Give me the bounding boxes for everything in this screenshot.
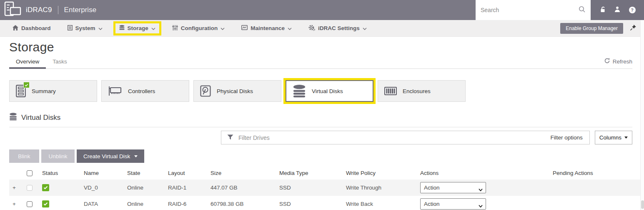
storage-category-cards: Summary Controllers: [9, 80, 644, 102]
expand-row-icon[interactable]: +: [9, 180, 24, 196]
caret-down-icon: [624, 137, 628, 139]
virtual-disks-table: Status Name State Layout Size Media Type…: [9, 166, 644, 210]
search-input[interactable]: [481, 7, 578, 13]
nav-item-system[interactable]: System: [68, 25, 103, 32]
nav-right: Enable Group Manager: [560, 23, 636, 34]
brand-separator: [58, 6, 58, 14]
enable-group-manager-button[interactable]: Enable Group Manager: [560, 23, 623, 34]
main-content: Storage Overview Tasks Refresh: [0, 40, 644, 210]
section-divider: [9, 127, 632, 127]
user-icon[interactable]: [614, 6, 620, 14]
nav-item-storage[interactable]: Storage: [113, 21, 161, 35]
select-all-checkbox[interactable]: [27, 170, 33, 176]
columns-dropdown-button[interactable]: Columns: [595, 131, 632, 144]
unlock-icon[interactable]: [599, 6, 606, 14]
header-status: Status: [40, 166, 81, 180]
action-select[interactable]: Action: [420, 182, 486, 193]
header-pending-actions: Pending Actions: [550, 166, 644, 180]
brand: iDRAC9 Enterprise: [0, 0, 96, 20]
home-icon: [13, 25, 18, 32]
refresh-button[interactable]: Refresh: [604, 58, 632, 68]
unblink-button[interactable]: Unblink: [41, 149, 75, 163]
main-nav: Dashboard System Storage: [0, 20, 644, 37]
pin-icon[interactable]: [630, 24, 636, 33]
card-label: Summary: [32, 88, 56, 94]
search-box[interactable]: [476, 0, 591, 20]
blink-button[interactable]: Blink: [9, 149, 39, 163]
cell-name: VD_0: [81, 180, 125, 196]
system-icon: [68, 25, 73, 32]
expand-row-icon[interactable]: +: [9, 196, 24, 210]
action-select[interactable]: Action: [420, 198, 486, 210]
card-virtual-disks[interactable]: Virtual Disks: [286, 80, 373, 102]
header-layout: Layout: [165, 166, 208, 180]
status-ok-badge: [23, 82, 30, 88]
create-virtual-disk-label: Create Virtual Disk: [83, 153, 130, 159]
cell-layout: RAID-1: [165, 180, 208, 196]
cell-pending-actions: [550, 180, 644, 196]
top-bar: iDRAC9 Enterprise ?: [0, 0, 644, 20]
cell-write-policy: Write Through: [343, 180, 418, 196]
controller-card-icon: [108, 86, 122, 96]
virtual-disks-toolbar: Blink Unblink Create Virtual Disk: [9, 149, 644, 163]
physical-disk-icon: [200, 85, 211, 97]
nav-label: iDRAC Settings: [318, 25, 360, 31]
table-header-row: Status Name State Layout Size Media Type…: [9, 166, 644, 180]
tab-tasks[interactable]: Tasks: [46, 55, 74, 68]
header-size: Size: [208, 166, 277, 180]
table-row: + VD_0 Online RAID-1 447.07 GB SSD Write…: [9, 180, 644, 196]
topbar-spacer: [96, 0, 476, 20]
header-write-policy: Write Policy: [343, 166, 418, 180]
cell-media-type: SSD: [277, 196, 343, 210]
page-title: Storage: [9, 40, 644, 54]
nav-item-configuration[interactable]: Configuration: [172, 25, 225, 32]
nav-label: Dashboard: [21, 25, 51, 31]
create-virtual-disk-button[interactable]: Create Virtual Disk: [77, 149, 144, 163]
cell-state: Online: [125, 180, 165, 196]
filter-options-link[interactable]: Filter options: [550, 134, 589, 141]
row-checkbox[interactable]: [27, 185, 33, 191]
cell-size: 447.07 GB: [208, 180, 277, 196]
caret-down-icon: [134, 155, 138, 157]
filter-row: Filter options Columns: [9, 131, 632, 144]
nav-item-dashboard[interactable]: Dashboard: [13, 25, 51, 32]
chevron-down-icon: [363, 25, 367, 31]
card-physical-disks[interactable]: Physical Disks: [193, 80, 281, 102]
nav-item-maintenance[interactable]: Maintenance: [241, 25, 292, 31]
card-summary[interactable]: Summary: [9, 80, 97, 102]
chevron-down-icon: [288, 25, 292, 31]
refresh-label: Refresh: [613, 58, 632, 65]
filter-drives-input[interactable]: [238, 134, 550, 141]
header-media-type: Media Type: [277, 166, 343, 180]
chevron-down-icon: [221, 25, 225, 31]
virtual-disks-icon: [293, 84, 306, 98]
card-controllers[interactable]: Controllers: [101, 80, 189, 102]
filter-funnel-icon: [221, 134, 238, 142]
nav-label: Configuration: [181, 25, 218, 31]
table-row: + DATA Online RAID-6 60798.38 GB SSD Wri…: [9, 196, 644, 210]
tab-overview[interactable]: Overview: [9, 55, 46, 68]
cell-name: DATA: [81, 196, 125, 210]
row-checkbox[interactable]: [27, 201, 33, 207]
header-name: Name: [81, 166, 125, 180]
tabs-row: Overview Tasks Refresh: [9, 55, 632, 69]
search-icon[interactable]: [578, 5, 586, 15]
cell-size: 60798.38 GB: [208, 196, 277, 210]
cell-write-policy: Write Back: [343, 196, 418, 210]
header-select-all: [24, 166, 40, 180]
scrollbar-thumb[interactable]: [641, 200, 644, 209]
refresh-icon: [604, 58, 610, 65]
brand-edition: Enterprise: [64, 6, 96, 14]
help-icon[interactable]: ?: [629, 7, 636, 13]
card-label: Controllers: [128, 88, 155, 94]
card-enclosures[interactable]: Enclosures: [378, 80, 466, 102]
card-label: Physical Disks: [217, 88, 253, 94]
enclosure-icon: [384, 87, 397, 95]
nav-item-idrac-settings[interactable]: iDRAC Settings: [308, 25, 367, 32]
brand-name: iDRAC9: [26, 6, 52, 14]
section-title: Virtual Disks: [21, 114, 60, 122]
nav-label: System: [75, 25, 95, 31]
nav-label: Maintenance: [251, 25, 285, 31]
status-ok-badge: [42, 184, 49, 191]
filter-box[interactable]: Filter options: [221, 131, 590, 144]
